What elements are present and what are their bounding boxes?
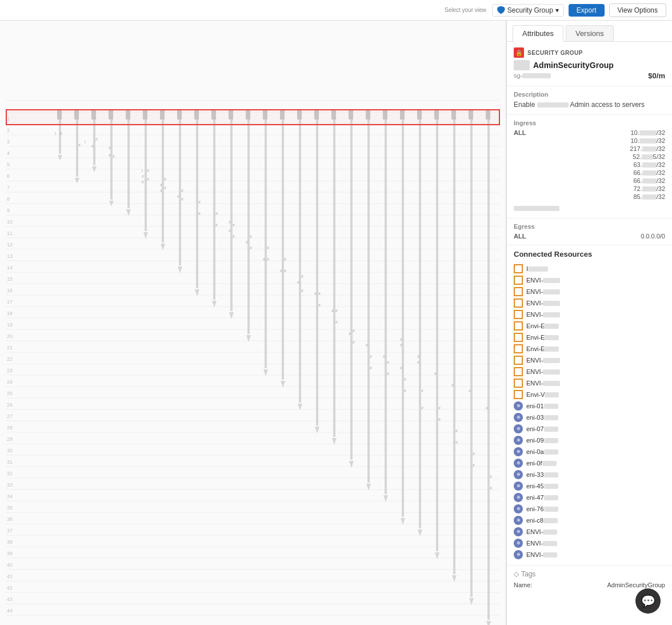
ingress-rule-1: ALL 10./32 [514,129,665,137]
resource-eni-9[interactable]: ⊕ eni-47 [514,492,665,503]
svg-text:17: 17 [7,299,13,305]
svg-rect-112 [434,109,439,120]
svg-text:#: # [233,223,235,227]
svg-text:13: 13 [7,253,13,259]
resource-eni-5[interactable]: ⊕ eni-0a [514,446,665,457]
svg-text:#: # [109,146,111,150]
grid-lines [6,101,500,615]
resource-ec2-10[interactable]: ENVI- [514,377,665,389]
svg-text:#: # [280,269,282,273]
arrows: 1 # # # # [54,120,492,625]
resource-eni-2[interactable]: ⊕ eni-03 [514,412,665,423]
svg-rect-100 [229,109,233,120]
ec2-icon [514,287,523,296]
svg-text:#: # [60,132,62,136]
svg-text:18: 18 [7,310,13,316]
view-options-button[interactable]: View Options [609,3,666,17]
svg-text:25: 25 [7,391,13,396]
resource-ec2-9[interactable]: ENVI- [514,366,665,377]
sg-type-icon: 🔒 [514,47,524,58]
svg-rect-120 [76,120,78,177]
sg-name: AdminSecurityGroup [533,61,614,70]
svg-rect-129 [127,120,130,208]
resource-ec2-5[interactable]: Envi-E [514,320,665,332]
svg-text:#: # [400,337,402,341]
svg-rect-195 [419,120,421,528]
resource-eni-11[interactable]: ⊕ eni-c8 [514,515,665,526]
resource-eni-14[interactable]: ⊕ ENVI- [514,549,665,560]
svg-rect-97 [177,109,182,120]
svg-rect-93 [109,109,113,120]
resource-ec2-11[interactable]: Envi-V [514,389,665,400]
ec2-icon [514,298,523,308]
svg-text:19: 19 [7,322,13,328]
svg-text:8: 8 [7,196,10,202]
resource-eni-8[interactable]: ⊕ eni-45 [514,480,665,492]
svg-rect-175 [333,120,335,437]
ec2-icon [514,310,523,319]
eni-icon: ⊕ [514,481,523,491]
resource-eni-4[interactable]: ⊕ eni-09 [514,435,665,446]
svg-text:#: # [113,154,115,158]
svg-text:#: # [366,343,368,347]
main-layout: 1 2 3 4 5 6 7 8 9 10 11 12 13 14 15 16 1 [0,21,672,625]
resource-ec2-3[interactable]: ENVI- [514,297,665,309]
visualization-panel[interactable]: 1 2 3 4 5 6 7 8 9 10 11 12 13 14 15 16 1 [0,21,506,625]
svg-rect-114 [469,109,473,120]
svg-text:32: 32 [7,471,13,476]
resource-ec2-6[interactable]: Envi-E [514,332,665,343]
svg-text:39: 39 [7,551,13,556]
svg-rect-131 [145,120,147,231]
sg-section-label: SECURITY GROUP [527,50,583,56]
svg-rect-187 [385,120,387,494]
svg-text:#: # [383,355,385,359]
svg-text:5: 5 [7,162,10,168]
tag-icon: ◇ [514,570,519,578]
resource-ec2-7[interactable]: Envi-E [514,343,665,355]
ingress-rule-7: 66./32 [514,177,665,185]
svg-text:#: # [451,383,454,387]
svg-text:#: # [250,234,252,238]
svg-text:#: # [250,246,252,250]
resource-eni-6[interactable]: ⊕ eni-0f [514,457,665,469]
export-button[interactable]: Export [569,4,605,17]
resource-eni-10[interactable]: ⊕ eni-76 [514,503,665,515]
ec2-icon [514,276,523,285]
tab-attributes[interactable]: Attributes [513,25,563,42]
resource-top-ec2[interactable]: I [514,263,665,274]
resource-eni-3[interactable]: ⊕ eni-07 [514,423,665,435]
svg-text:#: # [331,309,334,313]
resource-eni-13[interactable]: ⊕ ENVI- [514,538,665,549]
resource-ec2-2[interactable]: ENVI- [514,286,665,297]
svg-text:#: # [455,429,458,433]
resource-ec2-4[interactable]: ENVI- [514,309,665,320]
svg-rect-101 [246,109,250,120]
chat-button[interactable]: 💬 [635,588,661,614]
svg-text:#: # [387,360,389,364]
resource-eni-7[interactable]: ⊕ eni-33 [514,469,665,480]
svg-text:#: # [387,372,389,376]
view-select-dropdown[interactable]: Security Group ▾ [492,4,564,17]
ingress-rule-2: 10./32 [514,137,665,145]
svg-text:34: 34 [7,493,13,499]
egress-section: Egress ALL 0.0.0.0/0 [507,218,672,245]
svg-text:#: # [473,452,475,456]
tab-versions[interactable]: Versions [566,25,614,41]
resource-eni-1[interactable]: ⊕ eni-01 [514,400,665,412]
resource-ec2-1[interactable]: ENVI- [514,274,665,286]
svg-text:#: # [421,389,423,393]
description-section: Description Enable Admin access to serve… [507,86,672,115]
svg-text:4: 4 [7,150,10,156]
svg-rect-113 [451,109,456,120]
resource-ec2-8[interactable]: ENVI- [514,355,665,366]
svg-text:#: # [263,257,265,261]
svg-rect-98 [194,109,199,120]
svg-text:#: # [297,280,299,284]
svg-text:#: # [181,189,183,193]
svg-rect-116 [59,120,61,154]
svg-text:#: # [318,292,321,296]
tag-row-name: Name: AdminSecurityGroup [514,580,665,590]
svg-text:10: 10 [7,219,13,225]
resource-eni-12[interactable]: ⊕ ENVI- [514,526,665,538]
svg-text:36: 36 [7,516,13,522]
